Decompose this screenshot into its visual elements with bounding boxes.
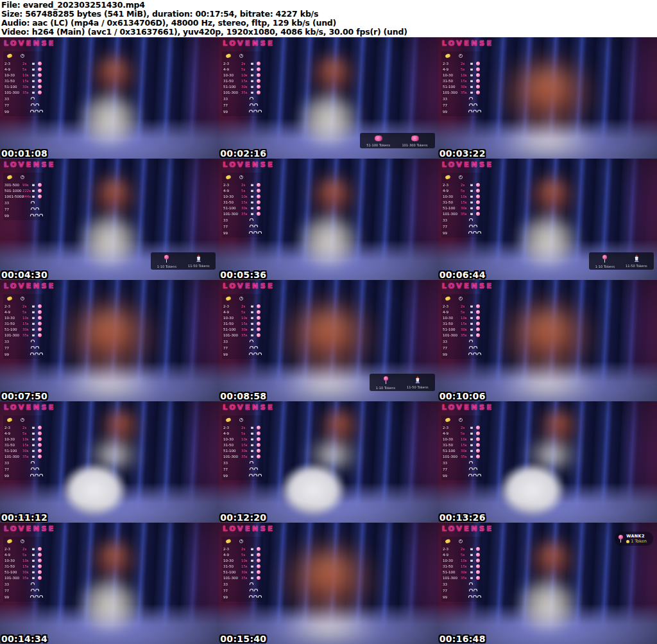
vibration-icon (257, 200, 260, 204)
vibration-icon (38, 431, 42, 435)
tip-tokens-label: 51-100 (223, 327, 240, 331)
tip-overlay-item: 51-100 Tokens (364, 135, 392, 147)
tip-tokens-label: 31-50 (443, 564, 459, 568)
tip-duration-label: 5s (241, 431, 250, 435)
tip-duration-label: 10s (22, 73, 31, 76)
tip-pattern-row: 99 (4, 351, 43, 357)
tip-duration-label: 2s (461, 546, 470, 550)
tip-tokens-label: 101-300 (223, 575, 240, 579)
coin-icon (226, 53, 232, 58)
level-bars-icon (251, 311, 253, 313)
lovense-tip-menu: 2-32s4-95s10-3010s31-5015s51-10030s101-3… (3, 537, 44, 602)
level-bars-icon (32, 444, 35, 446)
tip-pattern-row: 99 (4, 212, 43, 218)
lovense-logo: LOVENSE (442, 525, 494, 533)
tip-tokens-label: 2-3 (443, 182, 459, 186)
tip-menu-row: 101-30035s (443, 453, 481, 459)
tip-tokens-label: 99 (223, 473, 239, 477)
tip-menu-row: 51-10030s (4, 326, 43, 332)
level-bars-icon (251, 577, 253, 579)
tip-pattern-row: 99 (443, 593, 481, 600)
timestamp-label: 00:13:26 (439, 512, 486, 523)
level-bars-icon (470, 80, 473, 82)
level-bars-icon (32, 74, 35, 76)
tip-duration-label: 15s (241, 442, 250, 446)
level-bars-icon (251, 85, 253, 88)
pattern-wave-icon (31, 103, 39, 106)
tip-tokens-label: 77 (443, 467, 459, 471)
tip-tokens-label: 33 (443, 218, 459, 222)
tip-menu-row: 51-10030s (4, 569, 43, 575)
timestamp-label: 00:06:44 (439, 270, 486, 280)
level-bars-icon (470, 213, 473, 215)
tip-tokens-label: 31-50 (4, 442, 21, 446)
tip-duration-label: 30s (241, 84, 250, 88)
vibration-icon (38, 449, 42, 453)
tip-tokens-label: 51-100 (223, 570, 240, 573)
lovense-tip-menu: 2-32s4-95s10-3010s31-5015s51-10030s101-3… (222, 415, 263, 480)
tip-menu-row: 10-3010s (443, 557, 481, 563)
coin-icon (226, 295, 232, 300)
vibration-icon (257, 73, 260, 77)
tip-duration-label: 10s (22, 315, 31, 319)
lollipop-icon (619, 535, 623, 543)
tip-menu-row: 51-10030s (223, 83, 262, 89)
tip-menu-row: 2-32s (443, 303, 481, 309)
lovense-logo: LOVENSE (4, 403, 56, 412)
video-thumbnail: LOVENSE 2-32s4-95s10-3010s31-5015s51-100… (438, 401, 657, 523)
tip-duration-label: 15s (241, 78, 250, 82)
vibration-icon (476, 333, 480, 337)
pattern-wave-icon (31, 340, 35, 342)
tip-tokens-label: 2-3 (223, 546, 240, 550)
tip-tokens-label: 4-9 (4, 431, 21, 435)
tip-overlay-label: 1-10 Tokens (595, 265, 614, 268)
level-bars-icon (470, 311, 473, 313)
tip-pattern-row: 99 (223, 351, 262, 357)
tip-menu-row: 31-5015s (223, 320, 262, 326)
tip-tokens-label: 77 (443, 345, 459, 349)
tip-menu-row: 51-10030s (443, 83, 481, 89)
vibration-icon (38, 576, 42, 580)
lovense-tip-menu: 2-32s4-95s10-3010s31-5015s51-10030s101-3… (3, 294, 44, 359)
tip-tokens-label: 33 (443, 582, 459, 586)
tip-menu-row: 10-3010s (223, 436, 262, 442)
tip-duration-label: 35s (22, 90, 31, 94)
tip-duration-label: 444s (22, 194, 31, 198)
tip-tokens-label: 4-9 (223, 552, 240, 556)
tip-duration-label: 2s (241, 425, 250, 429)
tip-duration-label: 35s (22, 333, 31, 336)
tip-pattern-row: 99 (443, 108, 481, 114)
tip-duration-label: 2s (241, 546, 250, 550)
tip-duration-label: 30s (461, 448, 470, 452)
timestamp-label: 00:08:58 (220, 391, 266, 401)
tip-tokens-label: 501-1000 (4, 188, 21, 192)
lovense-logo: LOVENSE (442, 282, 494, 290)
tip-menu-row: 51-10030s (223, 448, 262, 453)
vibration-icon (257, 443, 260, 447)
tip-menu-row: 2-32s (443, 182, 481, 187)
tip-duration-label: 15s (22, 78, 31, 82)
tip-duration-label: 10s (241, 194, 250, 198)
tip-tokens-label: 77 (4, 588, 21, 592)
tip-tokens-label: 10-30 (443, 437, 459, 440)
tip-tokens-label: 99 (223, 231, 239, 234)
tip-tokens-label: 2-3 (4, 546, 21, 550)
tip-tokens-label: 77 (223, 588, 240, 592)
vibration-icon (476, 455, 480, 458)
tip-menu-row: 101-30035s (223, 89, 262, 95)
tip-tokens-label: 301-500 (4, 182, 21, 186)
level-bars-icon (251, 426, 253, 429)
tip-menu-row: 31-5015s (4, 320, 43, 326)
tip-menu-row: 10-3010s (4, 72, 43, 78)
level-bars-icon (32, 322, 35, 325)
tip-tokens-label: 10-30 (4, 315, 21, 319)
tip-duration-label: 30s (22, 448, 31, 452)
vibration-icon (257, 547, 260, 551)
tip-overlay-item: 11-50 Tokens (186, 255, 212, 268)
tip-pattern-row: 77 (443, 587, 481, 593)
tip-menu-row: 31-5015s (443, 563, 481, 569)
tip-menu-row: 101-30035s (443, 211, 481, 216)
tip-tokens-label: 99 (223, 352, 239, 356)
tip-tokens-label: 31-50 (4, 564, 21, 568)
video-thumbnail: LOVENSE 2-32s4-95s10-3010s31-5015s51-100… (0, 523, 219, 644)
